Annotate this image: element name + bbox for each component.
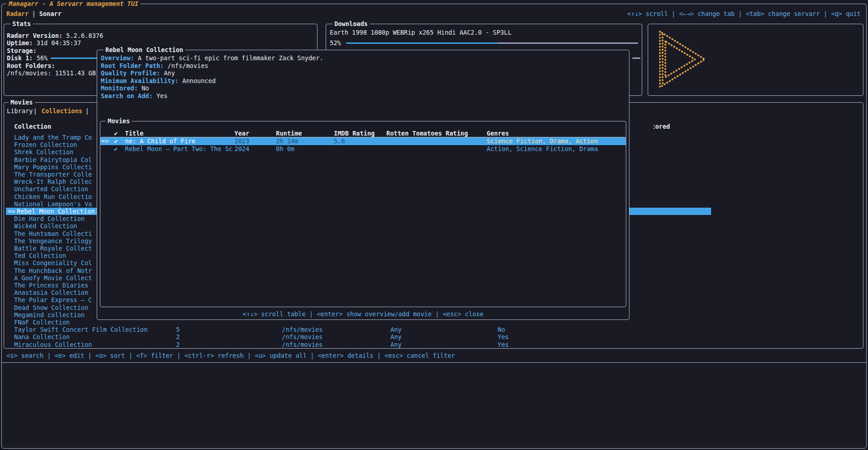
collection-name: The Hunchback of Notr — [14, 267, 92, 274]
collection-root-folder: /nfs/movies — [282, 326, 322, 333]
uptime-value: 31d 04:35:37 — [36, 39, 81, 47]
header-runtime: Runtime — [276, 130, 302, 137]
selection-arrow: => — [101, 137, 109, 145]
movie-genres: Action, Science Fiction, Drama — [487, 145, 598, 153]
disk-percent: 56% — [36, 54, 47, 62]
collection-root-folder: /nfs/movies — [282, 341, 322, 348]
detail-quality-profile: Quality Profile: Any — [101, 69, 175, 77]
tab-separator: | — [33, 107, 37, 115]
tab-separator: | — [32, 10, 36, 17]
download-percent: 52% — [330, 39, 341, 47]
collection-name: Dead Snow Collection — [14, 304, 88, 311]
collection-name: FNaF Collection — [14, 319, 70, 326]
download-progress-gauge — [346, 42, 638, 44]
version-label: Radarr Version: — [7, 32, 62, 39]
detail-search-on-add: Search on Add: Yes — [101, 92, 167, 99]
collection-name: Mary Poppins Collecti — [14, 163, 92, 171]
movie-monitored-check: ✔ — [114, 137, 118, 145]
movie-year: 2024 — [234, 145, 249, 153]
header-title: Title — [125, 130, 144, 137]
detail-value: /nfs/movies — [167, 62, 208, 69]
bottom-keybind-hints: <s> search | <e> edit | <o> sort | <f> f… — [6, 352, 455, 359]
tab-radarr[interactable]: Radarr — [6, 10, 29, 17]
movie-title: Rebel Moon – Part Two: The Scar — [125, 145, 233, 153]
popup-title: Rebel Moon Collection — [104, 46, 185, 53]
app-title: Managarr - A Servarr management TUI — [6, 0, 140, 7]
detail-value: Any — [164, 69, 175, 77]
detail-label: Minimum Availability: — [101, 77, 179, 84]
collection-name: A Goofy Movie Collect — [14, 274, 92, 282]
tab-sonarr[interactable]: Sonarr — [39, 10, 62, 17]
collection-name: Lady and the Tramp Co — [14, 134, 92, 141]
top-keybind-hints: <↑↓> scroll | <←→> change tab | <tab> ch… — [627, 10, 861, 17]
storage-label: Storage: — [7, 47, 36, 54]
collection-quality-profile: Any — [390, 341, 401, 348]
collection-row[interactable]: Taylor Swift Concert Film Collection5/nf… — [6, 326, 862, 333]
collection-name: Wicked Collection — [14, 222, 77, 230]
collection-name: Miraculous Collection — [14, 341, 92, 348]
detail-monitored: Monitored: No — [101, 84, 149, 92]
managarr-app: Managarr - A Servarr management TUI Rada… — [0, 0, 868, 450]
download-item-name: Earth 1998 1080p WEBRip x265 Hindi AAC2.… — [330, 29, 511, 36]
detail-overview: Overview: A two-part sci-fi epic from fi… — [101, 54, 323, 62]
collection-name: The Polar Express – C — [14, 296, 92, 303]
collection-name: Uncharted Collection — [14, 185, 88, 193]
movie-year: 2023 — [234, 137, 249, 145]
collection-name: Miss Congeniality Col — [14, 259, 92, 267]
collection-name: Chicken Run Collectio — [14, 193, 92, 200]
collection-name: Wreck-It Ralph Collec — [14, 178, 92, 185]
collection-name: Frozen Collection — [14, 141, 77, 148]
collection-name: Die Hard Collection — [14, 215, 84, 222]
movies-panel-title: Movies — [9, 99, 35, 106]
collection-name: National Lampoon's Va — [14, 200, 92, 208]
detail-value: No — [141, 84, 149, 92]
header-monitored-check: ✔ — [114, 130, 118, 137]
collection-root-folder: /nfs/movies — [282, 333, 322, 340]
header-rotten-tomatoes-rating: Rotten Tomatoes Rating — [386, 130, 468, 137]
tab-library[interactable]: Library — [7, 107, 33, 115]
collection-name: The Transporter Colle — [14, 171, 92, 178]
header-collection: Collection — [14, 123, 51, 130]
collection-movie-count: 5 — [176, 326, 180, 333]
collection-name: Barbie Fairytopia Col — [14, 156, 92, 163]
disk-label: Disk 1: — [7, 54, 33, 62]
movie-runtime: 2h 14m — [276, 137, 298, 145]
movie-genres: Science Fiction, Drama, Action — [487, 137, 598, 145]
collection-quality-profile: Any — [390, 333, 401, 340]
header-genres: Genres — [487, 130, 509, 137]
collection-name: The Vengeance Trilogy — [14, 237, 92, 245]
movie-row[interactable]: => ✔ ne: A Child of Fire 2023 2h 14m 5.6… — [100, 137, 626, 145]
stats-uptime-line: Uptime: 31d 04:35:37 — [7, 39, 81, 47]
uptime-label: Uptime: — [7, 39, 33, 47]
collection-name: Megamind collection — [14, 311, 84, 319]
collection-name: Ted Collection — [14, 252, 66, 259]
popup-movies-title: Movies — [106, 117, 132, 125]
selection-arrow: => — [8, 208, 15, 215]
collection-movie-count: 2 — [176, 333, 180, 340]
collection-row[interactable]: Nana Collection2/nfs/moviesAnyYes — [6, 333, 862, 340]
detail-label: Overview: — [101, 54, 134, 62]
movie-runtime: 0h 0m — [276, 145, 295, 153]
collection-name: The Huntsman Collecti — [14, 230, 92, 237]
detail-label: Root Folder Path: — [101, 62, 164, 69]
tab-separator: | — [85, 107, 89, 115]
collection-name: Anastasia Collection — [14, 289, 88, 296]
root-folders-label: Root Folders: — [7, 62, 55, 69]
collection-name: Nana Collection — [14, 333, 70, 340]
popup-movies-table: Movies ✔ Title Year Runtime IMDB Rating … — [100, 121, 626, 307]
header-monitored: Monitored — [654, 123, 670, 130]
detail-value: Yes — [156, 92, 167, 99]
popup-keybind-hints: <↑↓> scroll table | <enter> show overvie… — [97, 310, 629, 318]
version-value: 5.2.6.8376 — [66, 32, 103, 39]
movies-header-row: ✔ Title Year Runtime IMDB Rating Rotten … — [100, 130, 626, 137]
collection-details-popup: Rebel Moon Collection Overview: A two-pa… — [97, 50, 629, 320]
header-imdb-rating: IMDB Rating — [334, 130, 374, 137]
tab-collections[interactable]: Collections — [42, 107, 82, 115]
managarr-logo-icon — [655, 28, 709, 92]
collection-row[interactable]: Miraculous Collection2/nfs/moviesAnyYes — [6, 341, 862, 348]
collection-monitored: Yes — [498, 341, 509, 348]
stats-version-line: Radarr Version: 5.2.6.8376 — [7, 32, 103, 39]
header-year: Year — [234, 130, 249, 137]
logo-panel — [648, 24, 863, 96]
movie-row[interactable]: ✔ Rebel Moon – Part Two: The Scar 2024 0… — [100, 145, 626, 153]
